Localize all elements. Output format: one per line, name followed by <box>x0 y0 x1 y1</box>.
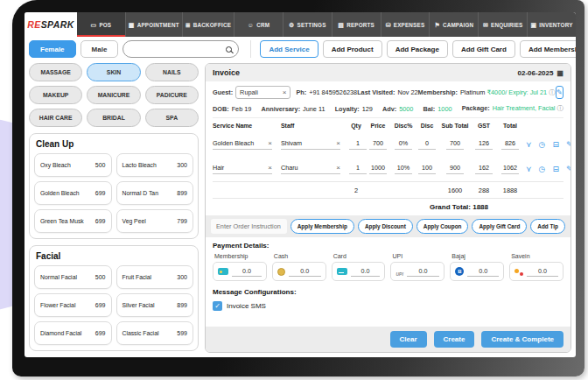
footer-action-button[interactable]: Create & Complete <box>481 331 564 348</box>
service-item[interactable]: Diamond Facial 699 <box>34 321 112 345</box>
nav-tab[interactable]: ▭ POS <box>77 12 126 37</box>
add-button[interactable]: Add Membership <box>520 40 576 58</box>
gender-button[interactable]: Male <box>80 40 119 58</box>
nav-tab[interactable]: ⚑ CAMPAIGN <box>430 12 479 37</box>
guest-name-input[interactable]: Rupali × <box>235 86 290 99</box>
remove-service-icon[interactable]: × <box>268 140 272 147</box>
category-button[interactable]: SPA <box>145 109 199 127</box>
edit-guest-button[interactable]: ✎ <box>556 86 564 99</box>
service-item[interactable]: Normal Facial 500 <box>34 265 112 289</box>
footer-action-button[interactable]: Clear <box>390 331 427 348</box>
info-icon[interactable]: ⓘ <box>549 88 556 97</box>
payment-amount-input[interactable]: 0.0 <box>351 267 381 277</box>
nav-tab[interactable]: ▣ INVENTORY <box>528 12 576 37</box>
remove-staff-icon[interactable]: × <box>336 140 340 147</box>
invoice-date-picker[interactable]: 02-06-2025 ▦ <box>518 69 564 77</box>
payment-method-box[interactable]: 0.0 <box>390 262 444 281</box>
service-item[interactable]: Flower Facial 699 <box>34 293 112 317</box>
service-item[interactable]: Normal D Tan 899 <box>116 181 194 205</box>
edit-icon[interactable]: ✎ <box>566 165 571 173</box>
membership-value: Platinum <box>460 88 485 96</box>
row-disc-pct[interactable]: 10% <box>395 164 412 174</box>
bag-icon[interactable]: ⊟ <box>552 141 559 149</box>
respark-logo[interactable]: RESPARK <box>24 12 77 37</box>
service-item[interactable]: Silver Facial 899 <box>116 293 194 317</box>
service-item-name: Normal D Tan <box>122 190 158 196</box>
category-button[interactable]: BRIDAL <box>87 109 140 127</box>
row-price[interactable]: 700 <box>369 139 387 150</box>
bal-label: Bal: <box>424 105 436 113</box>
payment-amount-input[interactable]: 0.0 <box>232 267 262 277</box>
category-button[interactable]: PADICURE <box>145 86 199 104</box>
add-button[interactable]: Add Product <box>323 40 382 58</box>
gender-button[interactable]: Female <box>29 40 76 58</box>
service-item-name: Oxy Bleach <box>40 162 71 168</box>
info-icon[interactable]: ⓘ <box>556 104 564 112</box>
col-service-name: Service Name <box>213 123 281 129</box>
category-button[interactable]: HAIR CARE <box>29 109 82 127</box>
timer-icon[interactable]: ◷ <box>539 165 546 173</box>
add-button[interactable]: Add Gift Card <box>452 40 515 58</box>
membership-icon <box>218 268 228 275</box>
row-disc-pct[interactable]: 0% <box>395 139 412 150</box>
nav-tab[interactable]: ≣ BACKOFFICE <box>183 12 234 37</box>
payment-method-box[interactable]: 0.0 <box>332 262 386 281</box>
row-disc[interactable]: 100 <box>418 164 436 174</box>
search-input[interactable] <box>130 46 226 53</box>
category-button[interactable]: MANICURE <box>87 86 140 104</box>
remove-staff-icon[interactable]: × <box>336 165 340 172</box>
clear-guest-icon[interactable]: × <box>283 89 287 96</box>
remove-service-icon[interactable]: × <box>268 165 272 172</box>
nav-tab[interactable]: ▤ REPORTS <box>332 12 382 37</box>
split-icon[interactable]: ⋎ <box>526 165 532 173</box>
row-disc[interactable]: 0 <box>418 139 436 150</box>
payment-amount-input[interactable]: 0.0 <box>407 267 439 277</box>
nav-tab[interactable]: ▦ APPOINTMENT <box>126 12 183 37</box>
service-item[interactable]: Oxy Bleach 500 <box>34 153 112 177</box>
apply-button[interactable]: Add Tip <box>530 219 565 234</box>
bag-icon[interactable]: ⊟ <box>552 165 559 173</box>
service-item[interactable]: Fruit Facial 300 <box>116 265 194 289</box>
check-icon: ✓ <box>214 302 220 310</box>
nav-tab[interactable]: ✉ ENQUIRIES <box>479 12 528 37</box>
service-item[interactable]: Golden Bleach 699 <box>34 181 112 205</box>
payment-amount-input[interactable]: 0.0 <box>289 267 321 277</box>
payment-method-box[interactable]: 0.0 <box>509 262 564 281</box>
service-item[interactable]: Veg Peel 799 <box>116 209 194 233</box>
footer-action-button[interactable]: Create <box>434 331 475 348</box>
search-box[interactable] <box>122 40 239 58</box>
payment-method-box[interactable]: 0.0 <box>450 262 504 281</box>
service-item-name: Lacto Bleach <box>122 162 157 168</box>
nav-tab[interactable]: ⛁ EXPENSES <box>382 12 430 37</box>
category-button[interactable]: SKIN <box>87 63 140 81</box>
row-qty[interactable]: 1 <box>349 139 367 150</box>
apply-button[interactable]: Apply Membership <box>290 219 354 234</box>
row-qty[interactable]: 1 <box>349 164 367 174</box>
service-table: Service Name Staff Qty Price Disc% Disc … <box>206 116 570 215</box>
service-item[interactable]: Lacto Bleach 300 <box>116 153 194 177</box>
add-button[interactable]: Add Package <box>387 40 448 58</box>
invoice-sms-checkbox[interactable]: ✓ <box>213 301 222 311</box>
adv-label: Adv: <box>382 105 396 113</box>
apply-button[interactable]: Apply Coupon <box>416 219 469 234</box>
category-button[interactable]: MASSAGE <box>29 63 82 81</box>
payment-amount-input[interactable]: 0.0 <box>527 267 558 277</box>
split-icon[interactable]: ⋎ <box>526 141 532 149</box>
nav-tab[interactable]: ⚙ SETTINGS <box>284 12 332 37</box>
edit-icon[interactable]: ✎ <box>566 141 571 149</box>
nav-tab[interactable]: ☺ CRM <box>234 12 284 37</box>
add-button[interactable]: Add Service <box>260 40 318 58</box>
payment-amount-input[interactable]: 0.0 <box>467 267 499 277</box>
payment-method-box[interactable]: 0.0 <box>272 262 326 281</box>
apply-button[interactable]: Apply Discount <box>358 219 413 234</box>
timer-icon[interactable]: ◷ <box>539 141 546 149</box>
order-instruction-input[interactable] <box>211 219 287 234</box>
service-item[interactable]: Green Tea Musk 699 <box>34 209 112 233</box>
row-price[interactable]: 1000 <box>369 164 387 174</box>
category-button[interactable]: NAILS <box>145 63 199 81</box>
invoice-panel: Invoice 02-06-2025 ▦ Guest: Rupali × Ph: <box>205 63 571 353</box>
apply-button[interactable]: Apply Gift Card <box>472 219 527 234</box>
payment-method-box[interactable]: 0.0 <box>213 262 267 281</box>
category-button[interactable]: MAKEUP <box>29 86 82 104</box>
service-item[interactable]: Classic Facial 599 <box>116 321 194 345</box>
